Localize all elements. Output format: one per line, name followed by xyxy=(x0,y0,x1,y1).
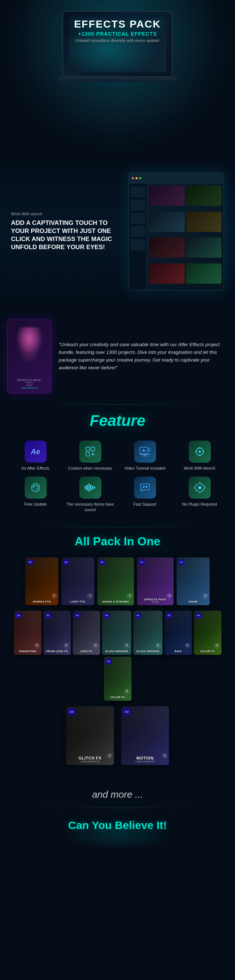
pack-row-1: Ae ⚙ SPARKS FTG Ae ⚙ LIGHT FTG Ae ⚙ SHAK… xyxy=(0,557,235,605)
custom-icon xyxy=(85,446,96,457)
ae-badge-sparks: Ae xyxy=(27,559,33,565)
features-grid: Ae for After Effects Custom when necessa… xyxy=(7,441,228,512)
svg-rect-1 xyxy=(91,447,95,451)
ae-badge-prism: Ae xyxy=(45,612,51,619)
svg-marker-18 xyxy=(33,486,35,488)
video-icon xyxy=(139,447,151,457)
atomx-section: Work With atomX ADD A CAPTIVATING TOUCH … xyxy=(0,154,235,309)
rain-label: RAIN xyxy=(175,650,181,652)
ui-dot-red xyxy=(132,177,134,179)
svg-text:?: ? xyxy=(144,485,146,488)
motion-label: MOTION xyxy=(137,756,154,760)
svg-point-15 xyxy=(203,451,204,452)
feature-item-ae: Ae for After Effects xyxy=(11,441,60,471)
gear-badge-lens: ⚙ xyxy=(93,643,98,648)
pack-box-lens: Ae ⚙ LENS FX xyxy=(73,611,100,655)
pack-box-color: Ae ⚙ COLOR FX xyxy=(104,657,132,701)
svg-point-13 xyxy=(199,455,200,456)
hero-desc: Unleash boundless diversity with every u… xyxy=(74,38,161,43)
glass-label: GLASS BROKEN xyxy=(136,650,159,652)
atomx-right xyxy=(125,165,228,298)
ae-badge-shake: Ae xyxy=(99,559,105,565)
pack-box-transition: Ae ⚙ TRANSITION xyxy=(14,611,41,655)
ui-thumb-2 xyxy=(186,186,221,206)
sparks-label: SPARKS FTG xyxy=(33,600,51,603)
feature-item-custom: Custom when necessary xyxy=(66,441,114,471)
ae-badge-glitch: Ae xyxy=(68,708,75,716)
believe-section: Can You Believe It! xyxy=(0,808,235,850)
quote-section: EFFECTS PACK 24 IN 1 V1.0 LORD EFFECTS "… xyxy=(0,309,235,404)
effects-box-version: V1.0 xyxy=(27,383,32,387)
believe-glow xyxy=(62,821,173,850)
ui-thumb-1 xyxy=(149,186,185,206)
update-icon xyxy=(30,482,41,493)
svg-point-16 xyxy=(198,450,201,453)
pack-box-colorfx: Ae ⚙ COLOR FX xyxy=(194,611,221,655)
pack-section: All Pack In One Ae ⚙ SPARKS FTG Ae ⚙ LIG… xyxy=(0,527,235,781)
ui-thumb-3 xyxy=(149,212,185,232)
quote-text: "Unleash your creativity and save valuab… xyxy=(59,341,228,372)
sidebar-item-5 xyxy=(130,239,145,250)
color-label: COLOR FX xyxy=(110,696,125,698)
ui-dot-green xyxy=(139,177,141,179)
ui-thumb-4 xyxy=(186,212,221,232)
hero-subtitle: +1300 PRACTICAL EFFECTS xyxy=(74,31,161,37)
video-icon-box xyxy=(134,441,156,463)
feature-item-atomx: Work With AtomX xyxy=(175,441,224,471)
svg-point-30 xyxy=(198,486,201,489)
pack-box-rain: Ae ⚙ RAIN xyxy=(165,611,192,655)
feature-label-ae: for After Effects xyxy=(22,466,49,471)
more-section: and more ... xyxy=(0,781,235,808)
hero-text-block: EFFECTS PACK +1300 PRACTICAL EFFECTS Unl… xyxy=(74,18,161,43)
effects-box: EFFECTS PACK 24 IN 1 V1.0 LORD EFFECTS xyxy=(7,320,51,393)
atomx-ui-sidebar xyxy=(129,183,147,290)
ae-badge-color: Ae xyxy=(106,659,112,664)
gear-badge-effects: ⚙ xyxy=(167,593,172,598)
atomx-icon xyxy=(194,446,205,457)
glassbig-label: GLASS BROKEN xyxy=(105,650,128,652)
feature-item-sound: The necessary Items have sound xyxy=(66,477,114,512)
svg-line-26 xyxy=(141,490,143,492)
gear-badge-colorfx: ⚙ xyxy=(214,643,219,648)
gear-badge-shake: ⚙ xyxy=(127,593,132,598)
feature-section: Feature Ae for After Effects Custom when… xyxy=(0,404,235,527)
ae-badge-motion: Ae xyxy=(123,708,130,716)
light-label: LIGHT FTG xyxy=(70,600,85,603)
snow-label: SNOW xyxy=(189,600,198,603)
ae-badge-colorfx: Ae xyxy=(196,612,202,619)
gear-badge-transition: ⚙ xyxy=(35,643,40,648)
custom-icon-box xyxy=(79,441,102,463)
gear-badge-snow: ⚙ xyxy=(203,593,208,598)
colorfx-label: COLOR FX xyxy=(200,650,215,652)
svg-rect-19 xyxy=(85,486,86,490)
atomx-ui-body xyxy=(129,183,224,290)
shake-label: SHAKE & DYNAMIC xyxy=(102,600,129,603)
effects-sublabel: 24 IN 1 xyxy=(152,601,159,603)
ae-badge-glass: Ae xyxy=(135,612,141,619)
svg-point-12 xyxy=(199,447,200,449)
pack-box-light: Ae ⚙ LIGHT FTG xyxy=(61,557,94,605)
transition-label: TRANSITION xyxy=(19,650,37,652)
sound-icon xyxy=(84,483,97,492)
effects-box-brand: LORD EFFECTS xyxy=(21,387,38,389)
gear-badge-glass: ⚙ xyxy=(156,643,161,648)
sidebar-item-1 xyxy=(130,186,145,197)
ui-dot-yellow xyxy=(135,177,138,179)
svg-rect-23 xyxy=(92,486,93,490)
effects-box-label: EFFECTS PACK xyxy=(17,379,41,382)
ae-icon: Ae xyxy=(31,447,40,456)
pack-box-glassbig: Ae ⚙ GLASS BROKEN xyxy=(102,611,132,655)
feature-label-video: Video Tutorial Included xyxy=(124,466,165,471)
svg-rect-0 xyxy=(86,447,90,451)
motion-sublabel: LORD EFFECTS xyxy=(135,760,155,763)
feature-label-atomx: Work With AtomX xyxy=(184,466,216,471)
ae-badge-glassbig: Ae xyxy=(104,612,110,619)
svg-point-17 xyxy=(32,484,40,492)
feature-label-update: Free Update xyxy=(24,501,47,507)
feature-title: Feature xyxy=(7,412,228,430)
pack-box-snow: Ae ⚙ SNOW xyxy=(176,557,210,605)
gear-badge-motion: ⚙ xyxy=(162,753,167,759)
pack-box-shake: Ae ⚙ SHAKE & DYNAMIC xyxy=(97,557,134,605)
gear-badge-glitch: ⚙ xyxy=(107,753,112,759)
svg-point-14 xyxy=(195,451,197,452)
